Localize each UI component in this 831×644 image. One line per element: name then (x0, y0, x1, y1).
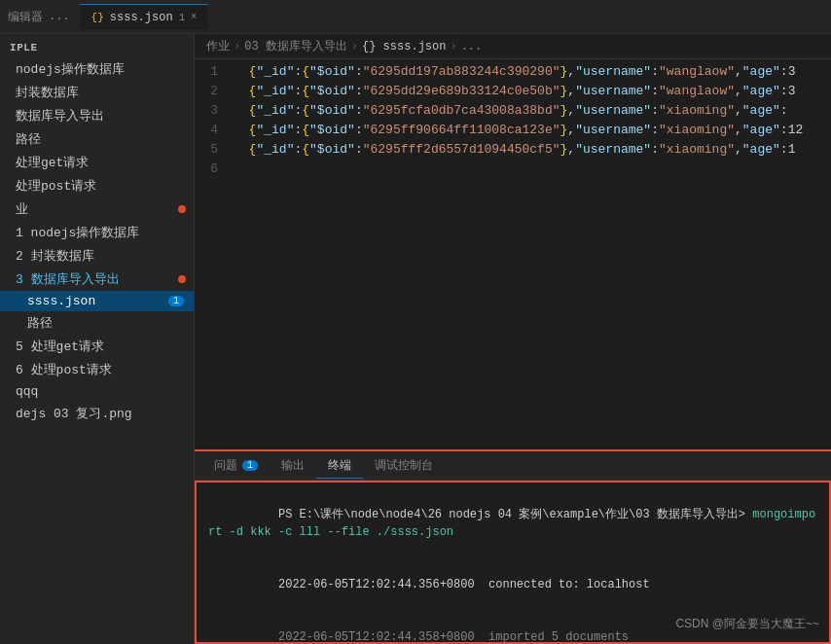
menu-dots[interactable]: ... (49, 10, 70, 23)
tab-terminal-label: 终端 (328, 457, 351, 474)
watermark: CSDN @阿金要当大魔王~~ (675, 616, 819, 632)
tab-debug-console[interactable]: 调试控制台 (363, 453, 445, 478)
sidebar-item-lujing[interactable]: 路径 (0, 311, 194, 335)
tab-area: {} ssss.json 1 × (80, 4, 209, 30)
file-badge: 1 (168, 296, 184, 306)
main-layout: IPLE nodejs操作数据库 封装数据库 数据库导入导出 路径 处理get请… (0, 34, 831, 644)
terminal-panel: 问题 1 输出 终端 调试控制台 PS E:\课件\node\node4\26 … (195, 449, 831, 644)
terminal-output-connected: 2022-06-05T12:02:44.356+0800 connected t… (278, 578, 650, 591)
sidebar-item-section: 业 (0, 197, 194, 221)
section-dot-indicator (178, 205, 186, 213)
sidebar-item-ssssjson[interactable]: ssss.json 1 (0, 291, 194, 311)
line-number-2: 2 (195, 83, 234, 98)
tab-problems-label: 问题 (214, 457, 237, 474)
breadcrumb-sep3: › (450, 40, 456, 54)
tab-terminal[interactable]: 终端 (316, 453, 363, 479)
editor-label: 编辑器 (8, 9, 43, 25)
sidebar-item-path[interactable]: 路径 (0, 127, 194, 151)
breadcrumb-part3: {} ssss.json (362, 40, 446, 54)
terminal-line-2: 2022-06-05T12:02:44.356+0800 connected t… (208, 558, 817, 611)
title-bar: 编辑器 ... {} ssss.json 1 × (0, 0, 831, 34)
breadcrumb-sep2: › (351, 40, 358, 54)
code-line-1: 1 {"_id":{"$oid":"6295dd197ab883244c3902… (195, 63, 831, 83)
line-content-1: {"_id":{"$oid":"6295dd197ab883244c390290… (234, 63, 831, 79)
code-line-3: 3 {"_id":{"$oid":"6295fcfa0db7ca43008a38… (195, 102, 831, 122)
code-editor[interactable]: 1 {"_id":{"$oid":"6295dd197ab883244c3902… (195, 59, 831, 449)
line-content-6 (234, 161, 831, 161)
sidebar-item-dbimport[interactable]: 数据库导入导出 (0, 104, 194, 127)
editor-area: 作业 › 03 数据库导入导出 › {} ssss.json › ... 1 {… (195, 34, 831, 644)
tab-output-label: 输出 (281, 457, 305, 474)
sidebar-item-3dbimport[interactable]: 3 数据库导入导出 (0, 268, 194, 291)
sidebar-section-title: IPLE (0, 34, 194, 57)
line-number-5: 5 (195, 141, 234, 157)
sidebar-item-package[interactable]: 封装数据库 (0, 81, 194, 104)
line-number-3: 3 (195, 102, 234, 118)
file-tab[interactable]: {} ssss.json 1 × (80, 4, 209, 30)
tab-debug-label: 调试控制台 (375, 457, 433, 474)
active-section-dot (178, 275, 186, 283)
breadcrumb-sep1: › (234, 40, 240, 54)
code-line-2: 2 {"_id":{"$oid":"6295dd29e689b33124c0e5… (195, 83, 831, 102)
sidebar-item-png[interactable]: dejs 03 复习.png (0, 402, 194, 425)
terminal-tabs: 问题 1 输出 终端 调试控制台 (195, 451, 831, 481)
breadcrumb-part4: ... (461, 40, 483, 54)
code-line-5: 5 {"_id":{"$oid":"6295fff2d6557d1094450c… (195, 141, 831, 161)
line-content-3: {"_id":{"$oid":"6295fcfa0db7ca43008a38bd… (234, 102, 831, 118)
sidebar: IPLE nodejs操作数据库 封装数据库 数据库导入导出 路径 处理get请… (0, 34, 195, 644)
terminal-output-imported: 2022-06-05T12:02:44.358+0800 imported 5 … (278, 630, 629, 644)
code-line-4: 4 {"_id":{"$oid":"6295ff90664ff11008ca12… (195, 122, 831, 141)
line-content-4: {"_id":{"$oid":"6295ff90664ff11008ca123e… (234, 122, 831, 137)
line-content-2: {"_id":{"$oid":"6295dd29e689b33124c0e50b… (234, 83, 831, 98)
sidebar-item-1nodejs[interactable]: 1 nodejs操作数据库 (0, 221, 194, 244)
sidebar-item-post[interactable]: 处理post请求 (0, 174, 194, 197)
sidebar-item-get[interactable]: 处理get请求 (0, 151, 194, 174)
breadcrumb-part1: 作业 (206, 38, 230, 54)
sidebar-item-6post[interactable]: 6 处理post请求 (0, 358, 194, 381)
line-number-4: 4 (195, 122, 234, 137)
breadcrumb-part2: 03 数据库导入导出 (244, 38, 347, 54)
line-number-1: 1 (195, 63, 234, 79)
sidebar-item-2package[interactable]: 2 封装数据库 (0, 244, 194, 268)
menu-label: 编辑器 ... (8, 9, 70, 25)
terminal-line-1: PS E:\课件\node\node4\26 nodejs 04 案例\exam… (208, 488, 817, 558)
sidebar-item-nodejs[interactable]: nodejs操作数据库 (0, 57, 194, 81)
sidebar-item-5get[interactable]: 5 处理get请求 (0, 335, 194, 358)
json-file-icon: {} (91, 12, 104, 23)
tab-output[interactable]: 输出 (270, 453, 316, 478)
code-line-6: 6 (195, 161, 831, 180)
sidebar-item-qqq[interactable]: qqq (0, 381, 194, 402)
terminal-prompt-1: PS E:\课件\node\node4\26 nodejs 04 案例\exam… (278, 508, 752, 521)
problems-badge: 1 (242, 460, 258, 471)
tab-close-icon[interactable]: × (191, 12, 197, 22)
tab-filename: ssss.json (110, 11, 173, 24)
tab-number: 1 (179, 12, 186, 23)
breadcrumb: 作业 › 03 数据库导入导出 › {} ssss.json › ... (195, 34, 831, 59)
tab-problems[interactable]: 问题 1 (202, 453, 270, 478)
line-number-6: 6 (195, 161, 234, 176)
line-content-5: {"_id":{"$oid":"6295fff2d6557d1094450cf5… (234, 141, 831, 157)
